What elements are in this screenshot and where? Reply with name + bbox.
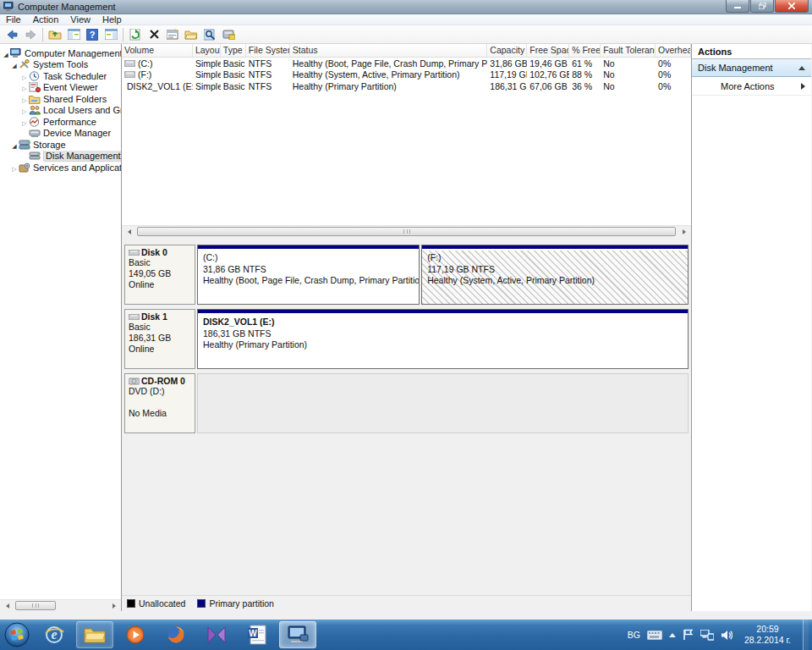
show-action-pane-button[interactable] <box>102 26 120 43</box>
minimize-button[interactable] <box>726 0 749 13</box>
expander-collapsed-icon[interactable] <box>10 162 19 173</box>
expander-collapsed-icon[interactable] <box>20 82 29 92</box>
close-button[interactable] <box>775 0 809 13</box>
partition-f[interactable]: (F:) 117,19 GB NTFS Healthy (System, Act… <box>421 245 689 305</box>
expander-expanded-icon[interactable] <box>2 48 10 58</box>
tree-item-label: Computer Management (Local <box>25 48 121 58</box>
volume-fault-tolerance: No <box>601 58 656 69</box>
network-icon[interactable] <box>700 630 714 641</box>
show-console-tree-button[interactable] <box>64 26 83 43</box>
scroll-right-arrow[interactable] <box>107 601 120 611</box>
tree-item-services-applications[interactable]: Services and Applications <box>0 162 121 174</box>
refresh-button[interactable] <box>126 26 145 43</box>
actions-pane: Actions Disk Management More Actions <box>692 44 811 611</box>
menu-view[interactable]: View <box>64 14 96 25</box>
taskbar-firefox-button[interactable] <box>157 621 195 648</box>
start-button[interactable] <box>0 620 34 650</box>
taskbar-word-button[interactable]: W <box>239 621 276 648</box>
delete-button[interactable] <box>145 26 163 43</box>
action-center-flag-icon[interactable] <box>683 629 694 641</box>
disk1-header[interactable]: Disk 1 Basic 186,31 GB Online <box>124 309 195 369</box>
taskbar-kmplayer-button[interactable] <box>198 621 235 648</box>
cdrom0-header[interactable]: CD-ROM 0 DVD (D:) No Media <box>124 373 195 433</box>
expander-collapsed-icon[interactable] <box>20 71 29 81</box>
scrollbar-thumb[interactable] <box>15 601 56 610</box>
column-header-volume[interactable]: Volume <box>122 44 193 57</box>
partition-label: DISK2_VOL1 (E:) <box>203 317 683 328</box>
column-header-file-system[interactable]: File System <box>246 44 290 57</box>
legend-label: Primary partition <box>209 598 273 609</box>
expander-expanded-icon[interactable] <box>10 59 19 69</box>
tree-item-local-users-groups[interactable]: Local Users and Groups <box>0 105 121 117</box>
volume-row-f[interactable]: (F:) Simple Basic NTFS Healthy (System, … <box>122 69 691 81</box>
keyboard-layout-icon[interactable] <box>647 631 662 640</box>
taskbar-internet-explorer-button[interactable]: e <box>36 621 73 648</box>
forward-button[interactable] <box>21 26 40 43</box>
taskbar-clock[interactable]: 20:59 28.2.2014 г. <box>739 624 796 646</box>
show-hidden-icons-button[interactable] <box>669 633 676 637</box>
help-button[interactable]: ? <box>83 26 102 43</box>
column-header-layout[interactable]: Layout <box>193 44 221 57</box>
volume-row-c[interactable]: (C:) Simple Basic NTFS Healthy (Boot, Pa… <box>122 58 691 69</box>
scrollbar-thumb[interactable] <box>137 227 676 236</box>
taskbar-media-player-button[interactable] <box>117 621 154 648</box>
show-desktop-button[interactable] <box>803 620 809 650</box>
column-header-free-space[interactable]: Free Space <box>527 44 569 57</box>
computer-management-window: Computer Management File Action View Hel… <box>0 0 812 620</box>
expander-collapsed-icon[interactable] <box>20 105 29 115</box>
tree-item-shared-folders[interactable]: Shared Folders <box>0 93 121 105</box>
scroll-left-arrow[interactable] <box>1 601 14 611</box>
up-one-level-button[interactable] <box>46 26 64 43</box>
clock-date: 28.2.2014 г. <box>744 635 791 646</box>
properties-button[interactable] <box>163 26 182 43</box>
expander-collapsed-icon[interactable] <box>20 94 29 104</box>
column-header-capacity[interactable]: Capacity <box>487 44 527 57</box>
scroll-right-arrow[interactable] <box>678 227 690 237</box>
disk0-header[interactable]: Disk 0 Basic 149,05 GB Online <box>124 245 195 305</box>
tree-item-disk-management[interactable]: Disk Management <box>0 151 121 162</box>
volume-capacity: 31,86 GB <box>487 58 527 69</box>
taskbar-computer-management-button[interactable] <box>279 621 316 648</box>
menu-action[interactable]: Action <box>27 14 65 25</box>
disk-action-button[interactable] <box>219 26 238 43</box>
back-button[interactable] <box>3 26 21 43</box>
volume-row-e[interactable]: DISK2_VOL1 (E:) Simple Basic NTFS Health… <box>122 80 691 92</box>
expander-collapsed-icon[interactable] <box>20 117 29 127</box>
taskbar-explorer-button[interactable] <box>76 621 113 648</box>
volume-speaker-icon[interactable] <box>721 630 732 641</box>
actions-disk-management-section[interactable]: Disk Management <box>692 59 811 77</box>
action-pane-icon <box>105 29 118 40</box>
menu-file[interactable]: File <box>0 14 27 25</box>
taskbar: e W BG 20:59 28.2.2014 г. <box>0 620 812 650</box>
scroll-left-arrow[interactable] <box>123 227 135 237</box>
column-header-fault-tolerance[interactable]: Fault Tolerance <box>601 44 656 57</box>
partition-c[interactable]: (C:) 31,86 GB NTFS Healthy (Boot, Page F… <box>197 245 420 305</box>
find-button[interactable] <box>200 26 219 43</box>
column-header-type[interactable]: Type <box>221 44 246 57</box>
volume-name: (F:) <box>138 69 151 80</box>
partition-e[interactable]: DISK2_VOL1 (E:) 186,31 GB NTFS Healthy (… <box>197 309 689 369</box>
language-indicator[interactable]: BG <box>628 630 640 640</box>
disk-name: Disk 0 <box>141 247 167 257</box>
tree-item-storage[interactable]: Storage <box>0 139 121 151</box>
volume-list-horizontal-scrollbar[interactable] <box>122 225 691 237</box>
tree-item-event-viewer[interactable]: Event Viewer <box>0 82 121 94</box>
column-header-pct-free[interactable]: % Free <box>569 44 601 57</box>
tree-item-computer-management[interactable]: Computer Management (Local <box>0 47 121 59</box>
menu-help[interactable]: Help <box>96 14 128 25</box>
column-header-status[interactable]: Status <box>290 44 488 57</box>
tree-item-device-manager[interactable]: Device Manager <box>0 128 121 140</box>
tree-item-system-tools[interactable]: System Tools <box>0 59 121 71</box>
tree-item-performance[interactable]: Performance <box>0 116 121 128</box>
more-actions-item[interactable]: More Actions <box>692 77 811 96</box>
column-header-overhead[interactable]: Overhead <box>656 44 691 57</box>
open-folder-button[interactable] <box>182 26 200 43</box>
tree-item-task-scheduler[interactable]: Task Scheduler <box>0 70 121 82</box>
expander-expanded-icon[interactable] <box>10 140 19 150</box>
volume-status: Healthy (System, Active, Primary Partiti… <box>290 69 488 80</box>
collapse-section-icon[interactable] <box>798 66 805 70</box>
volume-type: Basic <box>221 69 246 80</box>
restore-button[interactable] <box>750 0 774 13</box>
tree-horizontal-scrollbar[interactable] <box>0 599 121 611</box>
cdrom-empty-region[interactable] <box>197 373 689 433</box>
